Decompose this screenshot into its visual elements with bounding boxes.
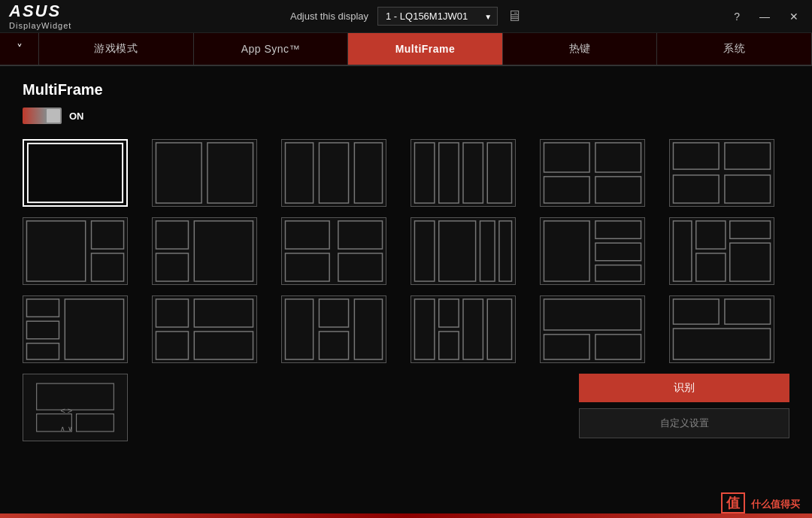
toggle-row: ON xyxy=(23,108,789,124)
titlebar-controls: ? — ✕ xyxy=(729,9,803,24)
bottom-row: < > ∧ ∨ 识别 自定义设置 xyxy=(23,374,789,441)
svg-rect-28 xyxy=(414,221,434,281)
tab-game-mode[interactable]: 游戏模式 xyxy=(39,33,194,65)
minimize-button[interactable]: — xyxy=(755,9,774,24)
watermark-icon: 值 xyxy=(721,492,745,513)
svg-rect-31 xyxy=(499,221,512,281)
svg-rect-3 xyxy=(285,143,313,203)
svg-rect-48 xyxy=(194,332,253,359)
svg-rect-58 xyxy=(544,299,641,330)
svg-rect-40 xyxy=(730,243,771,281)
svg-rect-34 xyxy=(595,243,641,260)
layout-grid-row1 xyxy=(23,139,789,207)
multiframe-toggle[interactable] xyxy=(23,108,62,124)
layout-item-5[interactable] xyxy=(540,139,645,207)
toggle-knob xyxy=(47,109,60,123)
svg-text:∧ ∨: ∧ ∨ xyxy=(60,425,73,432)
svg-rect-26 xyxy=(285,253,329,281)
svg-rect-8 xyxy=(463,143,483,203)
layout-item-11[interactable] xyxy=(540,217,645,285)
svg-rect-49 xyxy=(285,299,313,359)
section-title: MultiFrame xyxy=(23,81,789,98)
titlebar: ASUS DisplayWidget Adjust this display 1… xyxy=(0,0,812,33)
svg-rect-27 xyxy=(338,253,383,281)
layout-item-3[interactable] xyxy=(281,139,386,207)
watermark: 值 什么值得买 xyxy=(721,494,800,512)
tab-hotkeys[interactable]: 热键 xyxy=(503,33,658,65)
display-select-wrapper[interactable]: 1 - LQ156M1JW01 xyxy=(377,7,498,26)
svg-rect-24 xyxy=(285,221,329,249)
svg-rect-52 xyxy=(354,299,382,359)
layout-item-1[interactable] xyxy=(23,139,128,207)
toggle-label: ON xyxy=(69,111,84,122)
svg-rect-22 xyxy=(156,253,188,281)
svg-rect-64 xyxy=(37,383,114,410)
svg-rect-7 xyxy=(439,143,459,203)
tab-app-sync[interactable]: App Sync™ xyxy=(194,33,349,65)
svg-rect-12 xyxy=(544,177,589,203)
layout-item-10[interactable] xyxy=(411,217,516,285)
svg-rect-6 xyxy=(414,143,434,203)
layout-item-18[interactable] xyxy=(669,295,774,363)
tab-system[interactable]: 系统 xyxy=(657,33,812,65)
svg-rect-15 xyxy=(725,143,771,169)
svg-text:< >: < > xyxy=(60,406,72,415)
nav-chevron[interactable]: ˅ xyxy=(0,33,39,65)
svg-rect-33 xyxy=(595,221,641,238)
custom-layout-svg: < > ∧ ∨ xyxy=(34,381,117,434)
layout-item-6[interactable] xyxy=(669,139,774,207)
tab-game-mode-label: 游戏模式 xyxy=(94,42,138,56)
layout-item-16[interactable] xyxy=(411,295,516,363)
svg-rect-32 xyxy=(544,221,589,281)
brand-logo: ASUS DisplayWidget xyxy=(9,2,71,29)
svg-rect-53 xyxy=(414,299,434,359)
svg-rect-1 xyxy=(156,143,201,203)
display-select[interactable]: 1 - LQ156M1JW01 xyxy=(377,7,498,26)
tab-multiframe[interactable]: MultiFrame xyxy=(348,33,503,65)
svg-rect-42 xyxy=(26,321,59,338)
display-widget-text: DisplayWidget xyxy=(9,21,71,30)
custom-layout-item[interactable]: < > ∧ ∨ xyxy=(23,374,128,441)
svg-rect-10 xyxy=(544,143,589,172)
svg-rect-9 xyxy=(487,143,511,203)
layout-item-13[interactable] xyxy=(23,295,128,363)
layout-item-4[interactable] xyxy=(411,139,516,207)
custom-settings-button[interactable]: 自定义设置 xyxy=(579,408,789,438)
svg-rect-18 xyxy=(26,221,85,281)
svg-rect-0 xyxy=(28,144,123,202)
layout-item-8[interactable] xyxy=(152,217,257,285)
identify-button[interactable]: 识别 xyxy=(579,374,789,402)
svg-rect-13 xyxy=(595,177,641,203)
layout-item-14[interactable] xyxy=(152,295,257,363)
layout-item-17[interactable] xyxy=(540,295,645,363)
svg-rect-2 xyxy=(208,143,253,203)
main-content: MultiFrame ON xyxy=(0,66,812,518)
svg-rect-61 xyxy=(673,299,719,324)
svg-rect-35 xyxy=(595,265,641,282)
svg-rect-16 xyxy=(673,175,719,203)
help-button[interactable]: ? xyxy=(729,9,744,24)
svg-rect-36 xyxy=(673,221,691,281)
layout-item-15[interactable] xyxy=(281,295,386,363)
svg-rect-4 xyxy=(319,143,348,203)
tab-app-sync-label: App Sync™ xyxy=(241,43,300,55)
svg-rect-63 xyxy=(673,329,770,359)
svg-rect-62 xyxy=(725,299,771,324)
svg-rect-47 xyxy=(194,299,253,327)
layout-item-7[interactable] xyxy=(23,217,128,285)
svg-rect-60 xyxy=(595,335,641,359)
close-button[interactable]: ✕ xyxy=(785,9,803,24)
svg-rect-66 xyxy=(77,414,114,432)
layout-grid-row3 xyxy=(23,295,789,363)
svg-rect-5 xyxy=(354,143,382,203)
layout-item-2[interactable] xyxy=(152,139,257,207)
svg-rect-43 xyxy=(26,344,59,360)
svg-rect-59 xyxy=(544,335,589,359)
buttons-area: 识别 自定义设置 xyxy=(579,374,789,438)
tab-hotkeys-label: 热键 xyxy=(569,42,591,56)
layout-item-12[interactable] xyxy=(669,217,774,285)
svg-rect-50 xyxy=(319,299,348,327)
svg-rect-44 xyxy=(65,299,123,359)
layout-item-9[interactable] xyxy=(281,217,386,285)
svg-rect-37 xyxy=(696,221,726,249)
